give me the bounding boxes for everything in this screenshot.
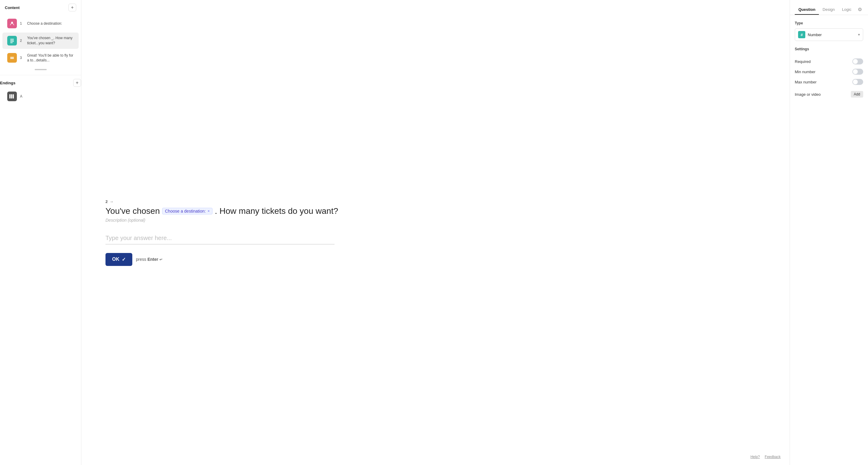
- item-3-text: Great! You'll be able to fly for a to...…: [27, 53, 74, 63]
- svg-rect-4: [10, 42, 13, 43]
- required-toggle[interactable]: [852, 59, 863, 64]
- item-2-number: 2: [20, 38, 24, 43]
- question-number-row: 2 →: [105, 199, 113, 204]
- ok-button[interactable]: OK ✓: [105, 253, 132, 266]
- form-canvas: 2 → You've chosen Choose a destination: …: [82, 0, 789, 465]
- item-2-icon: [7, 36, 17, 45]
- type-section: Type # Number ▾: [795, 21, 863, 41]
- ending-a-letter: A: [20, 94, 24, 98]
- svg-rect-9: [13, 94, 14, 98]
- main-content: 2 → You've chosen Choose a destination: …: [82, 0, 789, 465]
- max-number-label: Max number: [795, 80, 816, 84]
- image-video-label: Image or video: [795, 92, 821, 97]
- image-video-row: Image or video Add: [795, 91, 863, 98]
- svg-rect-5: [10, 57, 14, 58]
- svg-rect-2: [10, 40, 14, 41]
- sidebar-item-3[interactable]: 3 Great! You'll be able to fly for a to.…: [2, 50, 79, 66]
- item-1-number: 1: [20, 22, 24, 26]
- item-1-text: Choose a destination:: [27, 21, 74, 26]
- add-ending-icon: +: [76, 80, 79, 86]
- question-description: Description (optional): [105, 218, 145, 223]
- tab-design-label: Design: [823, 7, 835, 12]
- tab-question[interactable]: Question: [795, 5, 819, 15]
- settings-section-label: Settings: [795, 47, 863, 51]
- svg-rect-1: [10, 39, 14, 39]
- item-2-text: You've chosen _. How many ticket...you w…: [27, 36, 74, 46]
- sidebar: Content + 1 Choose a destination: 2 You'…: [0, 0, 82, 465]
- svg-rect-7: [9, 94, 10, 98]
- question-text-before: You've chosen: [105, 206, 160, 216]
- enter-icon: ↵: [159, 257, 163, 262]
- item-3-number: 3: [20, 56, 24, 60]
- footer-links: Help? Feedback: [750, 455, 781, 459]
- max-number-toggle[interactable]: [852, 79, 863, 85]
- svg-rect-6: [10, 58, 14, 59]
- image-video-add-button[interactable]: Add: [851, 91, 863, 98]
- required-label: Required: [795, 59, 811, 64]
- svg-point-0: [11, 22, 13, 24]
- ok-checkmark-icon: ✓: [122, 257, 126, 262]
- tabs-left: Question Design Logic: [795, 5, 855, 14]
- feedback-link[interactable]: Feedback: [765, 455, 781, 459]
- reference-tag: Choose a destination: ×: [162, 208, 212, 214]
- gear-icon[interactable]: ⚙: [857, 4, 863, 15]
- answer-input[interactable]: [105, 232, 335, 244]
- question-text-after: . How many tickets do you want?: [215, 206, 338, 216]
- enter-label: Enter: [147, 257, 158, 262]
- type-dropdown[interactable]: # Number ▾: [795, 28, 863, 41]
- required-row: Required: [795, 59, 863, 64]
- ok-label: OK: [112, 257, 119, 262]
- svg-rect-3: [10, 41, 14, 42]
- ending-item-a[interactable]: A: [2, 89, 79, 104]
- question-arrow: →: [110, 199, 113, 204]
- type-label: Number: [808, 33, 822, 37]
- type-dropdown-left: # Number: [798, 31, 822, 38]
- add-icon: +: [71, 5, 73, 10]
- ending-icon: [7, 92, 17, 101]
- item-3-icon: [7, 53, 17, 63]
- chevron-down-icon: ▾: [858, 33, 860, 37]
- sidebar-item-2[interactable]: 2 You've chosen _. How many ticket...you…: [2, 33, 79, 49]
- add-ending-button[interactable]: +: [73, 79, 81, 87]
- sidebar-item-1[interactable]: 1 Choose a destination:: [2, 16, 79, 31]
- scroll-indicator: [0, 67, 81, 73]
- question-title: You've chosen Choose a destination: × . …: [105, 206, 338, 216]
- min-number-label: Min number: [795, 70, 815, 74]
- settings-section: Settings Required Min number Max number: [795, 47, 863, 85]
- endings-section-header: Endings +: [0, 78, 81, 88]
- tab-logic-label: Logic: [842, 7, 851, 12]
- type-icon: #: [798, 31, 805, 38]
- item-1-icon: [7, 19, 17, 28]
- question-number: 2: [105, 199, 107, 204]
- right-panel-body: Type # Number ▾ Settings Required Min nu…: [790, 15, 868, 104]
- right-panel-tabs: Question Design Logic ⚙: [790, 0, 868, 15]
- help-link[interactable]: Help?: [750, 455, 760, 459]
- ok-row: OK ✓ press Enter ↵: [105, 253, 163, 266]
- press-enter-text: press Enter ↵: [136, 257, 163, 262]
- tab-logic[interactable]: Logic: [838, 5, 855, 15]
- content-section-header: Content +: [0, 0, 81, 15]
- content-label: Content: [5, 5, 20, 10]
- min-number-row: Min number: [795, 69, 863, 75]
- svg-rect-8: [11, 94, 12, 98]
- reference-tag-remove-icon[interactable]: ×: [208, 209, 210, 213]
- type-section-label: Type: [795, 21, 863, 25]
- scroll-bar: [35, 69, 47, 70]
- add-content-button[interactable]: +: [68, 4, 76, 11]
- max-number-row: Max number: [795, 79, 863, 85]
- tab-question-label: Question: [798, 7, 815, 12]
- sidebar-divider: [0, 75, 81, 75]
- reference-tag-label: Choose a destination:: [165, 209, 206, 213]
- right-panel: Question Design Logic ⚙ Type # Number ▾: [789, 0, 868, 465]
- tab-design[interactable]: Design: [819, 5, 838, 15]
- min-number-toggle[interactable]: [852, 69, 863, 75]
- press-label: press: [136, 257, 146, 262]
- endings-label: Endings: [0, 81, 16, 85]
- type-icon-symbol: #: [801, 33, 803, 37]
